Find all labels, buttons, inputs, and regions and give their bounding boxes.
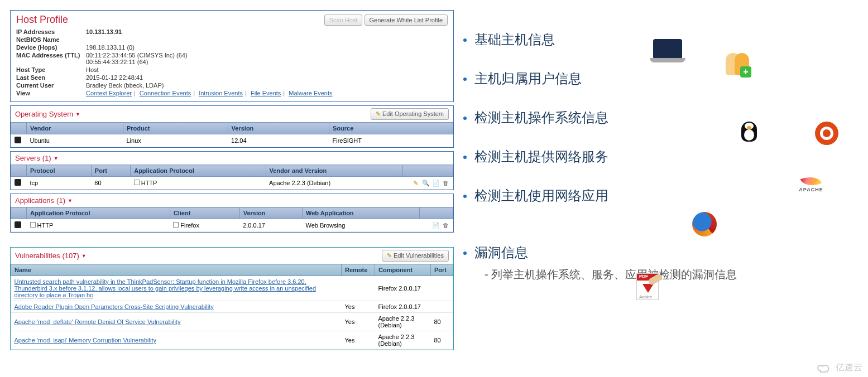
os-panel: Operating System▼ ✎ Edit Operating Syste… [10, 105, 454, 148]
vuln-remote [342, 276, 375, 301]
device-label: Device (Hops) [16, 44, 86, 51]
servers-table: Protocol Port Application Protocol Vendo… [11, 165, 453, 190]
bullet-icon [463, 252, 467, 255]
app-webapp: Web Browsing [303, 219, 420, 232]
checkbox-icon [173, 222, 179, 228]
delete-icon[interactable]: 🗑 [442, 221, 450, 229]
apps-col-webapp: Web Application [303, 207, 420, 219]
view-links: Context Explorer| Connection Events| Int… [86, 90, 448, 96]
info-icon [15, 137, 21, 143]
annotation-text: 检测主机操作系统信息 [474, 109, 854, 127]
scan-host-button[interactable]: Scan Host [324, 14, 363, 26]
mac2: 00:55:44:33:22:11 (64) [86, 59, 148, 65]
checkbox-icon [30, 222, 36, 228]
table-row: Adobe Reader Plugin Open Parameters Cros… [11, 301, 453, 313]
bullet-icon [463, 117, 467, 120]
vuln-col-remote: Remote [342, 264, 375, 276]
apps-col-client: Client [170, 207, 239, 219]
servers-title[interactable]: Servers (1)▼ [15, 154, 59, 162]
currentuser-label: Current User [16, 82, 86, 89]
annotation-item: 主机归属用户信息 [463, 70, 854, 88]
host-profile-panel: Host Profile Scan Host Generate White Li… [10, 10, 454, 102]
chevron-down-icon: ▼ [68, 198, 73, 204]
page-icon[interactable]: 📄 [432, 221, 440, 229]
os-title[interactable]: Operating System▼ [15, 110, 80, 118]
view-label: View [16, 90, 86, 96]
hosttype-value: Host [86, 66, 448, 73]
app-proto: HTTP [27, 219, 170, 232]
annotation-text: 主机归属用户信息 [474, 70, 854, 88]
chevron-down-icon: ▼ [75, 112, 80, 117]
servers-col-port: Port [91, 165, 130, 177]
os-vendor: Ubuntu [27, 134, 123, 147]
vuln-col-port: Port [431, 264, 453, 276]
apps-col-appproto: Application Protocol [27, 207, 170, 219]
os-col-vendor: Vendor [27, 123, 123, 134]
table-row: Untrusted search path vulnerability in t… [11, 276, 453, 301]
device-value: 198.18.133.11 (0) [86, 44, 448, 51]
annotation-item: 检测主机提供网络服务 [463, 148, 854, 166]
mac1: 00:11:22:33:44:55 (CIMSYS Inc) (64) [86, 52, 188, 59]
vuln-component: Firefox 2.0.0.17 [375, 301, 431, 313]
vuln-name-link[interactable]: Adobe Reader Plugin Open Parameters Cros… [15, 303, 214, 310]
vuln-name-link[interactable]: Untrusted search path vulnerability in t… [15, 278, 316, 298]
annotation-panel: 基础主机信息 主机归属用户信息 检测主机操作系统信息 检测主机提供网络服务 检测… [463, 31, 854, 282]
bullet-icon [463, 38, 467, 42]
ip-value: 10.131.13.91 [86, 28, 448, 35]
apps-col-version: Version [239, 207, 302, 219]
mac-value: 00:11:22:33:44:55 (CIMSYS Inc) (64)00:55… [86, 52, 448, 65]
lastseen-value: 2015-01-12 22:48:41 [86, 74, 448, 81]
info-icon [15, 221, 21, 228]
annotation-text: 漏洞信息 [474, 244, 854, 262]
vuln-remote: Yes [342, 313, 375, 331]
netbios-label: NetBIOS Name [16, 36, 86, 43]
applications-table: Application Protocol Client Version Web … [11, 207, 453, 232]
annotation-item: 检测主机操作系统信息 [463, 109, 854, 127]
tux-icon [737, 117, 761, 146]
bullet-icon [463, 78, 467, 81]
page-icon[interactable]: 📄 [432, 179, 440, 187]
edit-vulnerabilities-button[interactable]: ✎ Edit Vulnerabilities [382, 250, 449, 262]
table-row: Apache 'mod_isapi' Memory Corruption Vul… [11, 331, 453, 350]
vuln-col-name: Name [11, 264, 342, 276]
vuln-port [431, 301, 453, 313]
server-proto: tcp [27, 177, 92, 190]
ubuntu-icon [815, 122, 838, 145]
vuln-port [431, 276, 453, 301]
malware-events-link[interactable]: Malware Events [289, 90, 332, 96]
vuln-name-link[interactable]: Apache 'mod_isapi' Memory Corruption Vul… [15, 337, 156, 344]
table-row: tcp 80 HTTP Apache 2.2.3 (Debian) ✎ 🔍 📄 … [11, 177, 453, 190]
file-events-link[interactable]: File Events [251, 90, 281, 96]
server-vv: Apache 2.2.3 (Debian) [266, 177, 402, 190]
context-explorer-link[interactable]: Context Explorer [86, 90, 132, 96]
vuln-remote: Yes [342, 301, 375, 313]
bullet-icon [463, 156, 467, 159]
server-appproto: HTTP [131, 177, 266, 190]
apache-icon: APACHE [798, 176, 824, 198]
generate-whitelist-button[interactable]: Generate White List Profile [365, 14, 448, 26]
view-icon[interactable]: 🔍 [422, 179, 430, 187]
annotation-subtext: - 列举主机操作系统、服务、应用被检测的漏洞信息 [485, 267, 854, 282]
applications-panel: Applications (1)▼ Application Protocol C… [10, 194, 454, 233]
watermark: 亿速云 [817, 362, 862, 374]
vuln-remote: Yes [342, 331, 375, 350]
intrusion-events-link[interactable]: Intrusion Events [199, 90, 243, 96]
edit-icon[interactable]: ✎ [412, 179, 420, 187]
servers-col-vv: Vendor and Version [266, 165, 402, 177]
edit-os-button[interactable]: ✎ Edit Operating System [371, 108, 449, 120]
os-col-version: Version [228, 123, 329, 134]
bullet-icon [463, 195, 467, 198]
vuln-component: Apache 2.2.3 (Debian) [375, 331, 431, 350]
hosttype-label: Host Type [16, 66, 86, 73]
annotation-item: 漏洞信息 [463, 244, 854, 262]
info-icon [15, 179, 21, 186]
app-version: 2.0.0.17 [239, 219, 302, 232]
delete-icon[interactable]: 🗑 [442, 179, 450, 187]
vulnerabilities-title[interactable]: Vulnerabilities (107)▼ [15, 252, 87, 260]
connection-events-link[interactable]: Connection Events [140, 90, 191, 96]
vuln-name-link[interactable]: Apache 'mod_deflate' Remote Denial Of Se… [15, 318, 181, 325]
vuln-col-component: Component [375, 264, 431, 276]
servers-panel: Servers (1)▼ Protocol Port Application P… [10, 151, 454, 190]
pdf-exploit-icon: Adobe [636, 273, 659, 300]
applications-title[interactable]: Applications (1)▼ [15, 196, 73, 205]
